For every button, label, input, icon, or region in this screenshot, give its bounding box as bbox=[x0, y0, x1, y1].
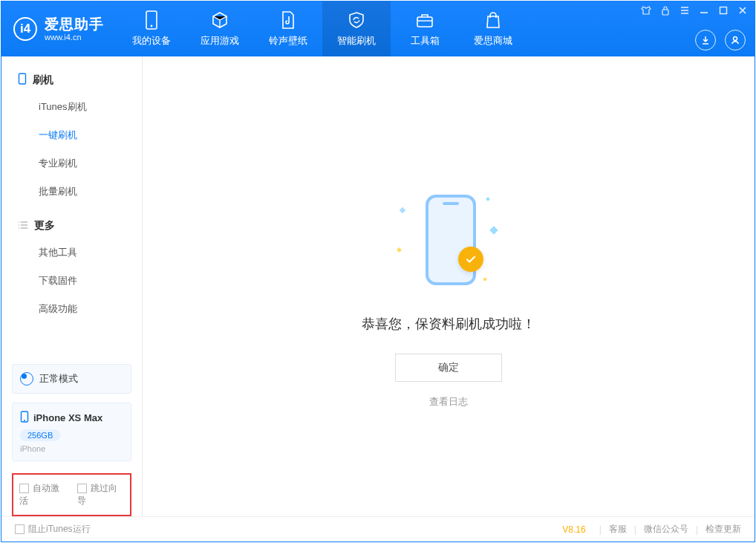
device-storage-badge: 256GB bbox=[20, 429, 60, 441]
nav-label: 我的设备 bbox=[132, 34, 171, 48]
nav-apps-games[interactable]: 应用游戏 bbox=[186, 1, 254, 56]
shield-refresh-icon bbox=[347, 10, 366, 30]
nav-toolbox[interactable]: 工具箱 bbox=[391, 1, 459, 56]
main-content: 恭喜您，保资料刷机成功啦！ 确定 查看日志 bbox=[143, 56, 755, 516]
close-icon[interactable] bbox=[737, 4, 749, 16]
nav-ringtone-wallpaper[interactable]: 铃声壁纸 bbox=[254, 1, 322, 56]
svg-rect-6 bbox=[19, 74, 26, 84]
nav-label: 智能刷机 bbox=[337, 34, 376, 48]
view-log-link[interactable]: 查看日志 bbox=[429, 395, 468, 409]
bag-icon bbox=[483, 10, 503, 30]
device-phone-icon bbox=[20, 411, 29, 425]
device-mode-box[interactable]: 正常模式 bbox=[12, 364, 131, 394]
svg-point-5 bbox=[734, 37, 737, 41]
nav: 我的设备 应用游戏 铃声壁纸 智能刷机 工具箱 爱思商城 bbox=[117, 1, 527, 56]
version-label: V8.16 bbox=[562, 524, 585, 535]
svg-rect-3 bbox=[662, 10, 668, 15]
device-icon bbox=[142, 10, 161, 30]
shirt-icon[interactable] bbox=[640, 4, 652, 16]
device-name: iPhone XS Max bbox=[33, 412, 102, 423]
maximize-icon[interactable] bbox=[717, 4, 729, 16]
download-button[interactable] bbox=[695, 30, 716, 51]
nav-label: 应用游戏 bbox=[201, 34, 239, 48]
menu-icon[interactable] bbox=[679, 4, 691, 16]
phone-small-icon bbox=[18, 73, 27, 87]
sidebar-item-batch-flash[interactable]: 批量刷机 bbox=[1, 178, 142, 206]
svg-point-8 bbox=[24, 420, 25, 421]
ok-button[interactable]: 确定 bbox=[395, 354, 502, 382]
svg-rect-4 bbox=[720, 7, 727, 14]
svg-rect-2 bbox=[417, 17, 432, 27]
app-window: i4 爱思助手 www.i4.cn 我的设备 应用游戏 铃声壁纸 智能刷机 bbox=[1, 1, 755, 542]
auto-activate-checkbox[interactable]: 自动激活 bbox=[19, 482, 67, 507]
logo: i4 爱思助手 www.i4.cn bbox=[1, 1, 117, 56]
nav-label: 工具箱 bbox=[411, 34, 440, 48]
list-icon bbox=[18, 220, 28, 232]
nav-label: 铃声壁纸 bbox=[269, 34, 307, 48]
sidebar-group-flash: 刷机 bbox=[1, 67, 142, 93]
user-button[interactable] bbox=[725, 30, 746, 51]
body: 刷机 iTunes刷机 一键刷机 专业刷机 批量刷机 更多 其他工具 下载固件 … bbox=[1, 56, 755, 516]
footer-link-update[interactable]: 检查更新 bbox=[706, 523, 741, 536]
app-name-cn: 爱思助手 bbox=[45, 16, 104, 33]
skip-guide-checkbox[interactable]: 跳过向导 bbox=[77, 482, 125, 507]
svg-point-1 bbox=[151, 25, 153, 27]
lock-icon[interactable] bbox=[659, 4, 671, 16]
device-subtype: iPhone bbox=[20, 444, 123, 453]
device-mode-label: 正常模式 bbox=[39, 372, 78, 386]
options-highlight-box: 自动激活 跳过向导 bbox=[12, 473, 131, 516]
footer: 阻止iTunes运行 V8.16 | 客服 | 微信公众号 | 检查更新 bbox=[1, 516, 755, 542]
nav-label: 爱思商城 bbox=[474, 34, 512, 48]
sidebar-group-more: 更多 bbox=[1, 213, 142, 238]
logo-icon: i4 bbox=[13, 17, 37, 41]
success-check-icon bbox=[458, 247, 483, 272]
nav-smart-flash[interactable]: 智能刷机 bbox=[322, 1, 391, 56]
footer-link-support[interactable]: 客服 bbox=[609, 523, 627, 536]
success-panel: 恭喜您，保资料刷机成功啦！ 确定 查看日志 bbox=[143, 190, 755, 409]
sidebar: 刷机 iTunes刷机 一键刷机 专业刷机 批量刷机 更多 其他工具 下载固件 … bbox=[1, 56, 143, 516]
toolbox-icon bbox=[415, 10, 434, 30]
logo-text: 爱思助手 www.i4.cn bbox=[45, 16, 104, 42]
sidebar-item-download-firmware[interactable]: 下载固件 bbox=[1, 267, 142, 295]
music-file-icon bbox=[278, 10, 298, 30]
app-name-en: www.i4.cn bbox=[45, 33, 104, 42]
block-itunes-checkbox[interactable]: 阻止iTunes运行 bbox=[15, 523, 91, 536]
sidebar-item-other-tools[interactable]: 其他工具 bbox=[1, 238, 142, 267]
success-illustration bbox=[393, 190, 504, 294]
device-info-box[interactable]: iPhone XS Max 256GB iPhone bbox=[12, 403, 131, 461]
header-right-buttons bbox=[695, 30, 746, 51]
sidebar-item-itunes-flash[interactable]: iTunes刷机 bbox=[1, 93, 142, 121]
sidebar-item-advanced[interactable]: 高级功能 bbox=[1, 295, 142, 323]
sidebar-group-title: 更多 bbox=[34, 219, 55, 233]
mode-indicator-icon bbox=[20, 372, 33, 386]
window-controls bbox=[640, 4, 749, 16]
nav-my-device[interactable]: 我的设备 bbox=[117, 1, 186, 56]
cube-icon bbox=[210, 10, 229, 30]
minimize-icon[interactable] bbox=[698, 4, 710, 16]
sidebar-item-pro-flash[interactable]: 专业刷机 bbox=[1, 149, 142, 178]
sidebar-item-one-click-flash[interactable]: 一键刷机 bbox=[1, 121, 142, 149]
success-title: 恭喜您，保资料刷机成功啦！ bbox=[362, 315, 535, 333]
sidebar-group-title: 刷机 bbox=[33, 74, 53, 87]
header: i4 爱思助手 www.i4.cn 我的设备 应用游戏 铃声壁纸 智能刷机 bbox=[1, 1, 755, 56]
nav-store[interactable]: 爱思商城 bbox=[459, 1, 527, 56]
footer-link-wechat[interactable]: 微信公众号 bbox=[644, 523, 688, 536]
